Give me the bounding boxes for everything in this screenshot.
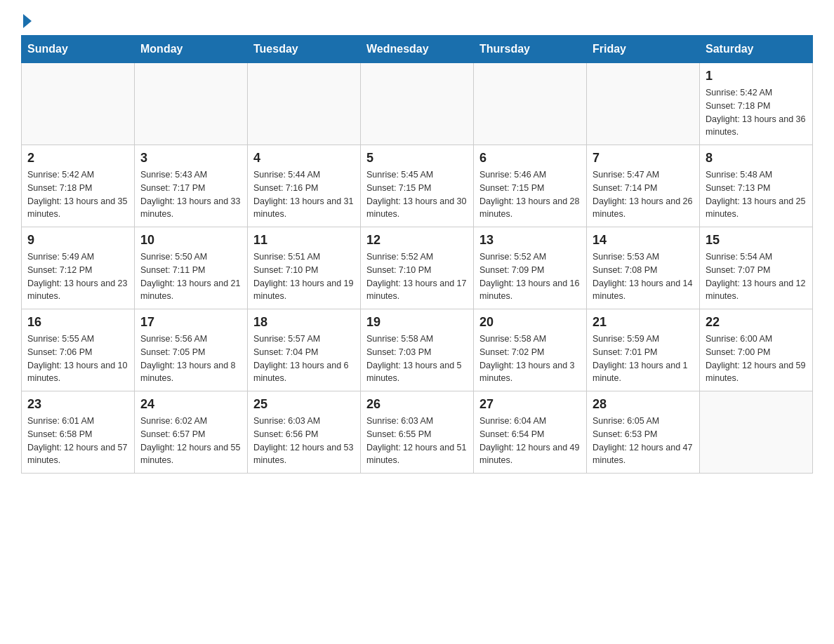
- day-info: Sunrise: 5:42 AMSunset: 7:18 PMDaylight:…: [706, 86, 807, 139]
- logo: [21, 14, 34, 28]
- table-row: [22, 63, 135, 145]
- day-info: Sunrise: 5:59 AMSunset: 7:01 PMDaylight:…: [593, 333, 694, 385]
- calendar-header: Sunday Monday Tuesday Wednesday Thursday…: [22, 36, 813, 63]
- table-row: 23Sunrise: 6:01 AMSunset: 6:58 PMDayligh…: [22, 391, 135, 474]
- page-header: [21, 14, 813, 28]
- table-row: 18Sunrise: 5:57 AMSunset: 7:04 PMDayligh…: [248, 309, 361, 391]
- table-row: 16Sunrise: 5:55 AMSunset: 7:06 PMDayligh…: [22, 309, 135, 391]
- calendar-week-row: 2Sunrise: 5:42 AMSunset: 7:18 PMDaylight…: [22, 145, 813, 227]
- calendar-week-row: 9Sunrise: 5:49 AMSunset: 7:12 PMDaylight…: [22, 227, 813, 309]
- day-number: 20: [479, 315, 581, 330]
- day-info: Sunrise: 5:53 AMSunset: 7:08 PMDaylight:…: [593, 250, 694, 303]
- calendar-week-row: 23Sunrise: 6:01 AMSunset: 6:58 PMDayligh…: [22, 391, 813, 474]
- day-number: 21: [593, 315, 694, 330]
- day-info: Sunrise: 5:48 AMSunset: 7:13 PMDaylight:…: [706, 168, 807, 221]
- day-number: 4: [253, 151, 355, 166]
- day-number: 10: [140, 233, 241, 248]
- day-number: 15: [706, 233, 807, 248]
- table-row: 9Sunrise: 5:49 AMSunset: 7:12 PMDaylight…: [22, 227, 135, 309]
- day-number: 23: [27, 397, 128, 412]
- table-row: 17Sunrise: 5:56 AMSunset: 7:05 PMDayligh…: [135, 309, 248, 391]
- table-row: 3Sunrise: 5:43 AMSunset: 7:17 PMDaylight…: [135, 145, 248, 227]
- day-info: Sunrise: 5:58 AMSunset: 7:02 PMDaylight:…: [479, 333, 581, 385]
- day-info: Sunrise: 5:42 AMSunset: 7:18 PMDaylight:…: [27, 168, 128, 221]
- day-number: 24: [140, 397, 241, 412]
- header-row: Sunday Monday Tuesday Wednesday Thursday…: [22, 36, 813, 63]
- table-row: 12Sunrise: 5:52 AMSunset: 7:10 PMDayligh…: [361, 227, 474, 309]
- day-number: 27: [479, 397, 581, 412]
- table-row: [248, 63, 361, 145]
- day-info: Sunrise: 6:01 AMSunset: 6:58 PMDaylight:…: [27, 415, 128, 467]
- day-info: Sunrise: 6:03 AMSunset: 6:56 PMDaylight:…: [253, 415, 355, 467]
- day-info: Sunrise: 5:52 AMSunset: 7:10 PMDaylight:…: [366, 250, 468, 303]
- day-number: 14: [593, 233, 694, 248]
- day-number: 5: [366, 151, 468, 166]
- table-row: [361, 63, 474, 145]
- day-number: 12: [366, 233, 468, 248]
- day-info: Sunrise: 6:03 AMSunset: 6:55 PMDaylight:…: [366, 415, 468, 467]
- day-number: 11: [253, 233, 355, 248]
- day-number: 2: [27, 151, 128, 166]
- day-info: Sunrise: 5:56 AMSunset: 7:05 PMDaylight:…: [140, 333, 241, 385]
- col-monday: Monday: [135, 36, 248, 63]
- day-info: Sunrise: 5:54 AMSunset: 7:07 PMDaylight:…: [706, 250, 807, 303]
- day-number: 7: [593, 151, 694, 166]
- day-info: Sunrise: 5:50 AMSunset: 7:11 PMDaylight:…: [140, 250, 241, 303]
- table-row: [474, 63, 587, 145]
- day-info: Sunrise: 5:43 AMSunset: 7:17 PMDaylight:…: [140, 168, 241, 221]
- day-number: 26: [366, 397, 468, 412]
- day-number: 19: [366, 315, 468, 330]
- day-number: 18: [253, 315, 355, 330]
- calendar-week-row: 16Sunrise: 5:55 AMSunset: 7:06 PMDayligh…: [22, 309, 813, 391]
- table-row: 10Sunrise: 5:50 AMSunset: 7:11 PMDayligh…: [135, 227, 248, 309]
- table-row: 7Sunrise: 5:47 AMSunset: 7:14 PMDaylight…: [587, 145, 700, 227]
- day-info: Sunrise: 5:58 AMSunset: 7:03 PMDaylight:…: [366, 333, 468, 385]
- table-row: 5Sunrise: 5:45 AMSunset: 7:15 PMDaylight…: [361, 145, 474, 227]
- table-row: 20Sunrise: 5:58 AMSunset: 7:02 PMDayligh…: [474, 309, 587, 391]
- day-number: 6: [479, 151, 581, 166]
- day-info: Sunrise: 5:52 AMSunset: 7:09 PMDaylight:…: [479, 250, 581, 303]
- col-saturday: Saturday: [700, 36, 813, 63]
- table-row: 8Sunrise: 5:48 AMSunset: 7:13 PMDaylight…: [700, 145, 813, 227]
- table-row: 1Sunrise: 5:42 AMSunset: 7:18 PMDaylight…: [700, 63, 813, 145]
- table-row: 22Sunrise: 6:00 AMSunset: 7:00 PMDayligh…: [700, 309, 813, 391]
- day-number: 3: [140, 151, 241, 166]
- day-number: 13: [479, 233, 581, 248]
- table-row: 15Sunrise: 5:54 AMSunset: 7:07 PMDayligh…: [700, 227, 813, 309]
- day-info: Sunrise: 5:45 AMSunset: 7:15 PMDaylight:…: [366, 168, 468, 221]
- day-number: 8: [706, 151, 807, 166]
- col-wednesday: Wednesday: [361, 36, 474, 63]
- table-row: [700, 391, 813, 474]
- col-tuesday: Tuesday: [248, 36, 361, 63]
- day-number: 25: [253, 397, 355, 412]
- calendar-week-row: 1Sunrise: 5:42 AMSunset: 7:18 PMDaylight…: [22, 63, 813, 145]
- day-info: Sunrise: 5:51 AMSunset: 7:10 PMDaylight:…: [253, 250, 355, 303]
- day-info: Sunrise: 5:55 AMSunset: 7:06 PMDaylight:…: [27, 333, 128, 385]
- table-row: 11Sunrise: 5:51 AMSunset: 7:10 PMDayligh…: [248, 227, 361, 309]
- day-info: Sunrise: 5:57 AMSunset: 7:04 PMDaylight:…: [253, 333, 355, 385]
- table-row: 2Sunrise: 5:42 AMSunset: 7:18 PMDaylight…: [22, 145, 135, 227]
- day-info: Sunrise: 5:44 AMSunset: 7:16 PMDaylight:…: [253, 168, 355, 221]
- day-number: 28: [593, 397, 694, 412]
- table-row: 14Sunrise: 5:53 AMSunset: 7:08 PMDayligh…: [587, 227, 700, 309]
- day-number: 22: [706, 315, 807, 330]
- col-thursday: Thursday: [474, 36, 587, 63]
- table-row: [135, 63, 248, 145]
- day-info: Sunrise: 6:04 AMSunset: 6:54 PMDaylight:…: [479, 415, 581, 467]
- table-row: 28Sunrise: 6:05 AMSunset: 6:53 PMDayligh…: [587, 391, 700, 474]
- table-row: 26Sunrise: 6:03 AMSunset: 6:55 PMDayligh…: [361, 391, 474, 474]
- day-number: 9: [27, 233, 128, 248]
- day-number: 17: [140, 315, 241, 330]
- day-info: Sunrise: 6:00 AMSunset: 7:00 PMDaylight:…: [706, 333, 807, 385]
- day-number: 16: [27, 315, 128, 330]
- day-info: Sunrise: 6:05 AMSunset: 6:53 PMDaylight:…: [593, 415, 694, 467]
- calendar-table: Sunday Monday Tuesday Wednesday Thursday…: [21, 35, 813, 474]
- day-info: Sunrise: 6:02 AMSunset: 6:57 PMDaylight:…: [140, 415, 241, 467]
- table-row: 27Sunrise: 6:04 AMSunset: 6:54 PMDayligh…: [474, 391, 587, 474]
- table-row: 4Sunrise: 5:44 AMSunset: 7:16 PMDaylight…: [248, 145, 361, 227]
- calendar-body: 1Sunrise: 5:42 AMSunset: 7:18 PMDaylight…: [22, 63, 813, 474]
- table-row: 13Sunrise: 5:52 AMSunset: 7:09 PMDayligh…: [474, 227, 587, 309]
- table-row: 6Sunrise: 5:46 AMSunset: 7:15 PMDaylight…: [474, 145, 587, 227]
- day-number: 1: [706, 69, 807, 83]
- table-row: 24Sunrise: 6:02 AMSunset: 6:57 PMDayligh…: [135, 391, 248, 474]
